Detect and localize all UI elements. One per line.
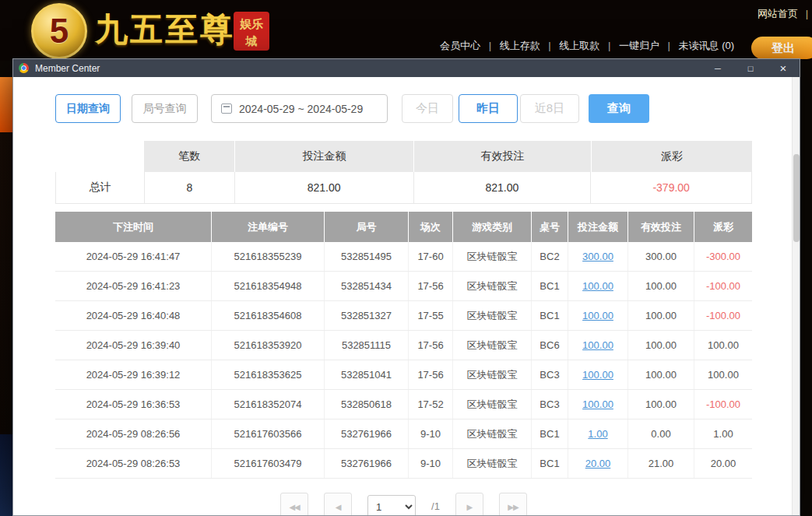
tab-date-query[interactable]: 日期查询 [55,94,121,123]
link-one-key-transfer[interactable]: 一键归户 [619,40,659,51]
window-titlebar[interactable]: Member Center ─ □ × [13,59,800,77]
cell-bet-amount: 300.00 [568,242,627,271]
link-site-home[interactable]: 网站首页 [758,8,798,19]
nav-separator: | [489,40,491,51]
cell-payout: 100.00 [694,331,752,360]
bet-amount-link[interactable]: 100.00 [582,280,613,292]
cell-round-id: 532851041 [324,360,408,389]
header-game-type: 游戏类别 [452,212,531,242]
cell-bet-id: 521618353920 [211,331,324,360]
bet-amount-link[interactable]: 100.00 [582,398,613,410]
cell-round-id: 532761966 [324,449,408,478]
cell-bet-amount: 100.00 [568,272,627,300]
cell-table-no: BC1 [531,301,568,330]
cell-round-id: 532851115 [324,331,408,360]
cell-bet-id: 521617603566 [211,419,324,448]
cell-game-type: 区块链骰宝 [452,331,531,360]
bet-amount-link[interactable]: 100.00 [582,339,613,351]
summary-header-payout: 派彩 [591,141,752,172]
table-row: 2024-05-29 16:40:48 521618354608 5328513… [55,301,752,331]
link-unread-messages[interactable]: 未读讯息 (0) [679,40,735,51]
vertical-scrollbar[interactable] [792,77,800,515]
link-member-center[interactable]: 会员中心 [440,40,480,51]
cell-bet-id: 521618353625 [211,360,324,389]
bet-amount-link[interactable]: 300.00 [582,251,613,262]
btn-yesterday[interactable]: 昨日 [459,94,518,123]
cell-bet-time: 2024-05-29 08:26:56 [55,419,211,448]
date-range-value: 2024-05-29 ~ 2024-05-29 [239,103,363,115]
bet-amount-link[interactable]: 100.00 [582,310,613,321]
window-content: 日期查询 局号查询 2024-05-29 ~ 2024-05-29 今日 昨日 … [13,77,800,515]
background-image-fragment [0,434,12,516]
cell-session: 17-60 [408,242,452,271]
summary-header-row: 笔数 投注金额 有效投注 派彩 [55,141,752,172]
cell-payout: -100.00 [694,301,752,330]
pagination-first-button[interactable]: ◀◀ [280,493,308,515]
maximize-button[interactable]: □ [734,59,767,77]
header-round-id: 局号 [324,212,408,242]
link-online-withdraw[interactable]: 线上取款 [559,40,599,51]
minimize-button[interactable]: ─ [701,59,734,77]
btn-last-8-days[interactable]: 近8日 [520,94,579,123]
cell-payout: 20.00 [694,449,752,478]
pagination-prev-button[interactable]: ◀ [324,493,352,515]
nav-separator: | [548,40,550,51]
date-range-picker[interactable]: 2024-05-29 ~ 2024-05-29 [211,94,388,123]
btn-today[interactable]: 今日 [402,94,453,123]
summary-total-row: 总计 8 821.00 821.00 -379.00 [55,172,752,204]
cell-session: 17-56 [408,331,452,360]
cell-game-type: 区块链骰宝 [452,419,531,448]
table-row: 2024-05-29 16:41:47 521618355239 5328514… [55,242,752,272]
nav-separator: | [608,40,610,51]
bets-table: 下注时间 注单编号 局号 场次 游戏类别 桌号 投注金额 有效投注 派彩 202… [55,212,752,479]
close-button[interactable]: × [767,59,800,77]
cell-payout: -100.00 [694,272,752,300]
cell-game-type: 区块链骰宝 [452,360,531,389]
cell-table-no: BC1 [531,272,568,300]
site-logo-title: 九五至尊 [95,8,235,51]
query-button[interactable]: 查询 [589,94,649,123]
cell-bet-id: 521618354948 [211,272,324,300]
bet-amount-link[interactable]: 100.00 [582,369,613,381]
pagination-last-button[interactable]: ▶▶ [499,493,527,515]
cell-table-no: BC6 [531,331,568,360]
bet-amount-link[interactable]: 1.00 [588,428,607,440]
cell-bet-amount: 100.00 [568,301,627,330]
link-online-deposit[interactable]: 线上存款 [500,40,540,51]
table-row: 2024-05-29 16:39:12 521618353625 5328510… [55,360,752,390]
main-nav-fragment [0,77,13,132]
summary-bet-amount-value: 821.00 [234,172,413,203]
logout-button[interactable]: 登出 [751,37,812,59]
summary-total-label: 总计 [56,172,144,203]
cell-game-type: 区块链骰宝 [452,301,531,330]
cell-bet-id: 521618355239 [211,242,324,271]
scrollbar-thumb[interactable] [793,154,800,242]
cell-bet-id: 521617603479 [211,449,324,478]
cell-table-no: BC1 [531,449,568,478]
tab-round-query[interactable]: 局号查询 [132,94,198,123]
cell-session: 17-52 [408,390,452,419]
cell-payout: -100.00 [694,390,752,419]
summary-header-valid-bet: 有效投注 [413,141,591,172]
cell-game-type: 区块链骰宝 [452,390,531,419]
bets-header-row: 下注时间 注单编号 局号 场次 游戏类别 桌号 投注金额 有效投注 派彩 [55,212,752,242]
maximize-icon: □ [748,64,754,73]
cell-bet-id: 521618354608 [211,301,324,330]
cell-round-id: 532851434 [324,272,408,300]
cell-payout: 1.00 [694,419,752,448]
summary-payout-value: -379.00 [590,172,751,203]
cell-game-type: 区块链骰宝 [452,449,531,478]
logo-number: 5 [50,12,69,51]
pagination: ◀◀ ◀ 1 /1 ▶ ▶▶ [55,493,752,515]
header-session: 场次 [408,212,452,242]
cell-bet-time: 2024-05-29 16:39:12 [55,360,211,389]
summary-header-count: 笔数 [143,141,234,172]
table-row: 2024-05-29 16:41:23 521618354948 5328514… [55,272,752,301]
cell-valid-bet: 0.00 [627,419,694,448]
cell-bet-time: 2024-05-29 16:39:40 [55,331,211,360]
pagination-next-button[interactable]: ▶ [455,493,483,515]
page-select[interactable]: 1 [367,495,416,515]
cell-valid-bet: 100.00 [627,390,694,419]
bet-amount-link[interactable]: 20.00 [585,458,611,469]
table-row: 2024-05-29 16:36:53 521618352074 5328506… [55,390,752,419]
